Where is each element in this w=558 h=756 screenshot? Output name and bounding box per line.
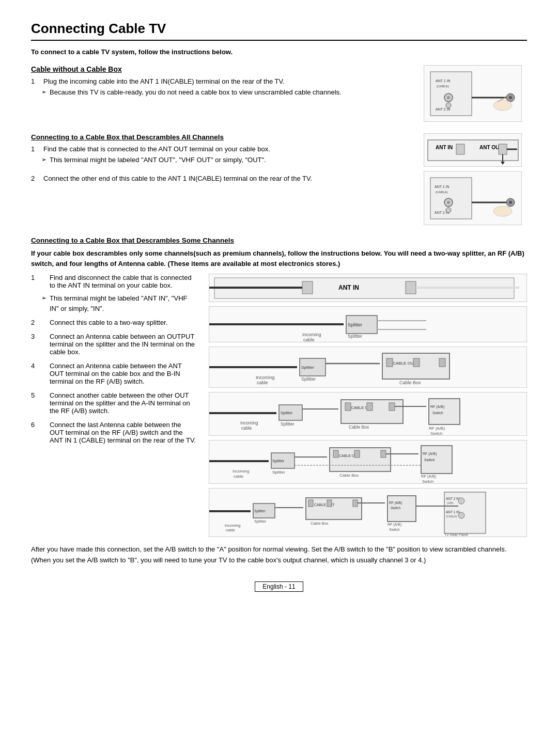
section3-bold-intro: If your cable box descrambles only some …: [31, 248, 527, 269]
step-num-3-4: 4: [31, 362, 39, 370]
svg-rect-83: [333, 450, 338, 458]
svg-rect-51: [386, 358, 393, 367]
section2-step2: Connect the other end of this cable to t…: [43, 175, 413, 182]
diagram-svg-s3-6: Splitter IN CABLE OUT RF (A/B) Switch: [209, 490, 526, 536]
section3-diagrams-col: ANT IN Splitter: [209, 274, 527, 537]
svg-point-117: [458, 512, 464, 518]
svg-point-4: [447, 96, 450, 99]
svg-text:Splitter: Splitter: [254, 519, 267, 524]
section1-content: Cable without a Cable Box 1 Plug the inc…: [31, 65, 413, 122]
svg-text:(CABLE): (CABLE): [436, 191, 448, 194]
svg-point-114: [458, 498, 464, 504]
svg-text:RF (A/B): RF (A/B): [421, 474, 437, 479]
section-descrambles-some: Connecting to a Cable Box that Descrambl…: [31, 237, 527, 566]
svg-rect-16: [499, 144, 507, 154]
svg-rect-105: [353, 500, 358, 507]
svg-text:Cable Box: Cable Box: [339, 473, 359, 478]
diagram-cable-without-box: ANT 1 IN (CABLE) ANT 2 IN: [424, 65, 522, 122]
diagram-all-step5: Splitter IN CABLE OUT RF (A/B) Switch: [209, 440, 527, 484]
section2-diagrams: ANT IN ANT OUT ANT 1 IN (CABLE) ANT 2 IN: [424, 133, 527, 225]
svg-text:Splitter: Splitter: [254, 509, 266, 513]
svg-text:Switch: Switch: [432, 411, 443, 415]
svg-text:Cable Box: Cable Box: [349, 424, 369, 430]
svg-point-24: [447, 201, 450, 204]
svg-rect-104: [327, 500, 332, 507]
section1-diagram: ANT 1 IN (CABLE) ANT 2 IN: [424, 65, 527, 122]
svg-text:cable: cable: [257, 380, 268, 385]
svg-text:cable: cable: [234, 474, 244, 479]
diagram-svg-ant: ANT IN ANT OUT: [425, 135, 521, 166]
svg-text:(CABLE): (CABLE): [446, 515, 457, 518]
section3-two-col: 1 Find and disconnect the cable that is …: [31, 274, 527, 537]
svg-text:Splitter: Splitter: [348, 322, 362, 327]
step-num-3-1: 1: [31, 274, 39, 281]
svg-text:Switch: Switch: [422, 479, 433, 483]
diagram-tv-rear-section2: ANT 1 IN (CABLE) ANT 2 IN: [424, 171, 522, 225]
diagram-rf-switch-step4: Splitter IN CABLE OUT RF (A/B): [209, 392, 527, 436]
svg-text:ANT 1 IN: ANT 1 IN: [446, 510, 460, 514]
svg-text:RF (A/B): RF (A/B): [423, 452, 437, 456]
step-num-3-2: 2: [31, 319, 39, 326]
step-row-1: 1 Find and disconnect the cable that is …: [31, 274, 196, 289]
svg-point-6: [446, 103, 451, 108]
svg-rect-103: [308, 500, 313, 507]
section3-step2: Connect this cable to a two-way splitter…: [50, 319, 196, 326]
step-num-3-3: 3: [31, 333, 39, 340]
svg-rect-85: [381, 450, 386, 458]
svg-text:Switch: Switch: [424, 458, 435, 462]
svg-point-26: [446, 208, 451, 213]
svg-text:cable: cable: [226, 528, 235, 532]
section3-step5: Connect another cable between the other …: [50, 391, 196, 415]
svg-point-29: [509, 201, 512, 204]
section3-steps-col: 1 Find and disconnect the cable that is …: [31, 274, 196, 537]
svg-text:cable: cable: [303, 337, 315, 341]
svg-text:cable: cable: [241, 426, 252, 431]
svg-text:(A/B): (A/B): [447, 501, 454, 505]
section1-arrow1: Because this TV is cable-ready, you do n…: [41, 87, 413, 98]
step-num-3-5: 5: [31, 391, 39, 399]
svg-rect-65: [367, 403, 373, 411]
svg-point-30: [493, 206, 512, 216]
page-title: Connecting Cable TV: [31, 21, 527, 41]
svg-text:TV Rear Panel: TV Rear Panel: [444, 533, 468, 536]
diagram-svg-1: ANT 1 IN (CABLE) ANT 2 IN: [425, 67, 521, 121]
section-descrambles-all: Connecting to a Cable Box that Descrambl…: [31, 133, 527, 225]
svg-text:Cable Box: Cable Box: [311, 521, 329, 526]
svg-text:Splitter: Splitter: [281, 421, 295, 427]
svg-rect-34: [406, 281, 416, 294]
svg-text:Splitter: Splitter: [348, 334, 362, 339]
section-cable-without-box: Cable without a Cable Box 1 Plug the inc…: [31, 65, 527, 122]
section2-content: Connecting to a Cable Box that Descrambl…: [31, 133, 413, 225]
diagram-tv-rear-final: Splitter IN CABLE OUT RF (A/B) Switch: [209, 488, 527, 537]
diagram-svg-s3-5: Splitter IN CABLE OUT RF (A/B) Switch: [209, 442, 526, 483]
svg-text:RF (A/B): RF (A/B): [389, 501, 402, 505]
svg-rect-53: [439, 358, 445, 367]
section2-heading: Connecting to a Cable Box that Descrambl…: [31, 133, 413, 141]
step-num-s2-1: 1: [31, 145, 39, 153]
diagram-svg-s3-3: Splitter IN CABLE OUT Incoming cable Spl…: [209, 348, 526, 387]
footer-label: English - 11: [255, 581, 303, 592]
svg-text:Incoming: Incoming: [233, 469, 249, 474]
svg-text:RF (A/B): RF (A/B): [430, 405, 444, 409]
section3-step6: Connect the last Antenna cable between t…: [50, 421, 196, 444]
diagrams-column: ANT IN Splitter: [209, 274, 527, 537]
svg-text:RF (A/B): RF (A/B): [429, 426, 445, 431]
svg-text:Splitter: Splitter: [281, 411, 293, 415]
section1-step1: Plug the incoming cable into the ANT 1 I…: [43, 77, 413, 85]
svg-point-10: [493, 100, 512, 111]
step-num-3-6: 6: [31, 421, 39, 429]
step-num-s2-2: 2: [31, 175, 39, 182]
diagram-svg-s3-1: ANT IN: [209, 275, 526, 301]
diagram-svg-s3-2: Splitter Incoming cable Splitter: [209, 308, 526, 341]
svg-text:Splitter: Splitter: [301, 376, 316, 382]
svg-rect-66: [389, 403, 395, 411]
intro-text: To connect to a cable TV system, follow …: [31, 48, 527, 56]
svg-text:(CABLE): (CABLE): [437, 85, 449, 88]
diagram-svg-s3-4: Splitter IN CABLE OUT RF (A/B): [209, 393, 526, 435]
step-row-4: 4 Connect an Antenna cable between the A…: [31, 362, 196, 385]
step-row-5: 5 Connect another cable between the othe…: [31, 391, 196, 415]
svg-text:Incoming: Incoming: [256, 375, 275, 380]
diagram-svg-tv2: ANT 1 IN (CABLE) ANT 2 IN: [425, 172, 521, 224]
svg-rect-52: [413, 358, 420, 367]
svg-text:ANT IN: ANT IN: [338, 284, 359, 291]
